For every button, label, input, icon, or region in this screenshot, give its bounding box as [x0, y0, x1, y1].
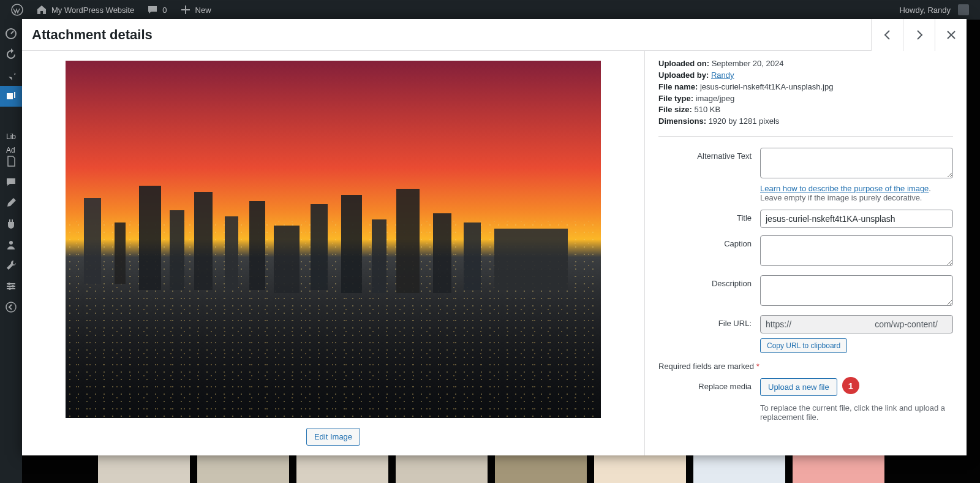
page-icon	[5, 155, 17, 167]
modal-title: Attachment details	[32, 27, 871, 43]
close-icon	[944, 28, 959, 42]
comment-icon	[5, 176, 17, 188]
svg-point-2	[9, 241, 13, 245]
uploaded-on-value: September 20, 2024	[712, 59, 784, 68]
sidebar-submenu-library[interactable]: Lib	[0, 130, 22, 143]
media-icon	[5, 90, 17, 102]
update-icon	[5, 48, 17, 61]
file-url-label: File URL:	[658, 315, 760, 353]
wrench-icon	[5, 259, 17, 272]
brush-icon	[5, 197, 17, 209]
avatar	[958, 4, 969, 15]
comments-count: 0	[162, 6, 167, 15]
attachment-details-pane: Uploaded on: September 20, 2024 Uploaded…	[645, 51, 967, 455]
site-name: My WordPress Website	[51, 6, 134, 15]
collapse-icon	[5, 301, 17, 313]
sidebar-item-plugins[interactable]	[0, 213, 22, 234]
edit-image-button[interactable]: Edit Image	[306, 428, 360, 446]
title-input[interactable]	[760, 210, 953, 228]
description-label: Description	[658, 275, 760, 308]
title-label: Title	[658, 210, 760, 228]
new-content-link[interactable]: New	[173, 0, 217, 20]
dashboard-icon	[5, 28, 17, 40]
sidebar-collapse[interactable]	[0, 297, 22, 318]
home-icon	[36, 4, 48, 16]
svg-point-0	[12, 4, 23, 15]
file-size-label: File size:	[658, 105, 692, 114]
required-fields-note: Required fields are marked *	[658, 362, 953, 371]
media-thumb[interactable]	[197, 455, 289, 483]
attachment-preview-image	[66, 61, 601, 418]
svg-point-7	[12, 285, 14, 287]
comment-icon	[146, 4, 159, 16]
sidebar-item-updates[interactable]	[0, 44, 22, 65]
divider	[658, 136, 953, 137]
media-thumb[interactable]	[98, 455, 190, 483]
file-name-value: jesus-curiel-nskeft4t1KA-unsplash.jpg	[700, 82, 834, 91]
comments-link[interactable]: 0	[140, 0, 173, 20]
prev-attachment-button[interactable]	[871, 19, 903, 51]
file-name-label: File name:	[658, 82, 698, 91]
replace-media-label: Replace media	[658, 378, 760, 422]
media-thumb[interactable]	[793, 455, 884, 483]
close-modal-button[interactable]	[935, 19, 967, 51]
next-attachment-button[interactable]	[903, 19, 935, 51]
plus-icon	[179, 4, 192, 16]
media-thumb[interactable]	[495, 455, 587, 483]
alt-text-label: Alternative Text	[658, 148, 760, 202]
alt-text-hint-link[interactable]: Learn how to describe the purpose of the…	[760, 184, 929, 193]
plug-icon	[5, 218, 17, 230]
uploaded-by-label: Uploaded by:	[658, 70, 709, 80]
file-type-label: File type:	[658, 94, 693, 103]
pin-icon	[5, 69, 17, 82]
sidebar-item-comments[interactable]	[0, 172, 22, 192]
sidebar-item-users[interactable]	[0, 234, 22, 255]
site-home-link[interactable]: My WordPress Website	[29, 0, 140, 20]
sidebar-item-posts[interactable]	[0, 65, 22, 86]
media-preview-pane: Edit Image	[22, 51, 645, 455]
wp-logo-icon[interactable]	[5, 0, 29, 20]
modal-header: Attachment details	[22, 19, 967, 51]
caption-input[interactable]	[760, 235, 953, 266]
annotation-callout-1: 1	[842, 377, 859, 394]
svg-point-8	[9, 287, 11, 290]
upload-new-file-button[interactable]: Upload a new file	[760, 378, 837, 396]
new-label: New	[195, 6, 211, 15]
media-thumb[interactable]	[594, 455, 686, 483]
howdy-link[interactable]: Howdy, Randy	[893, 0, 975, 20]
sidebar-item-tools[interactable]	[0, 255, 22, 276]
media-thumb[interactable]	[693, 455, 785, 483]
file-url-input[interactable]	[760, 315, 953, 333]
chevron-left-icon	[880, 28, 895, 42]
svg-point-9	[6, 302, 16, 312]
attachment-meta: Uploaded on: September 20, 2024 Uploaded…	[658, 58, 953, 127]
file-size-value: 510 KB	[695, 105, 721, 114]
admin-topbar: My WordPress Website 0 New Howdy, Randy	[0, 0, 980, 20]
dimensions-label: Dimensions:	[658, 116, 706, 126]
media-grid-thumbs	[98, 455, 980, 483]
copy-url-button[interactable]: Copy URL to clipboard	[760, 338, 847, 353]
caption-label: Caption	[658, 235, 760, 268]
alt-text-hint: Learn how to describe the purpose of the…	[760, 184, 953, 202]
uploaded-on-label: Uploaded on:	[658, 59, 709, 68]
media-thumb[interactable]	[396, 455, 488, 483]
sidebar-submenu-add[interactable]: Ad	[0, 143, 22, 157]
uploaded-by-link[interactable]: Randy	[711, 70, 734, 80]
user-icon	[5, 238, 17, 251]
file-type-value: image/jpeg	[696, 94, 735, 103]
howdy-label: Howdy, Randy	[899, 6, 951, 15]
sidebar-item-settings[interactable]	[0, 276, 22, 297]
alt-text-input[interactable]	[760, 148, 953, 178]
admin-sidebar: Lib Ad	[0, 20, 22, 483]
sidebar-item-media[interactable]	[0, 86, 22, 107]
dimensions-value: 1920 by 1281 pixels	[709, 116, 780, 126]
sidebar-item-appearance[interactable]	[0, 192, 22, 213]
svg-point-6	[8, 283, 10, 285]
description-input[interactable]	[760, 275, 953, 306]
replace-media-hint: To replace the current file, click the l…	[760, 403, 953, 422]
sidebar-item-dashboard[interactable]	[0, 23, 22, 44]
chevron-right-icon	[912, 28, 927, 42]
media-thumb[interactable]	[296, 455, 388, 483]
settings-icon	[5, 280, 17, 292]
attachment-details-modal: Attachment details Edit Image Uploaded o…	[22, 19, 967, 455]
